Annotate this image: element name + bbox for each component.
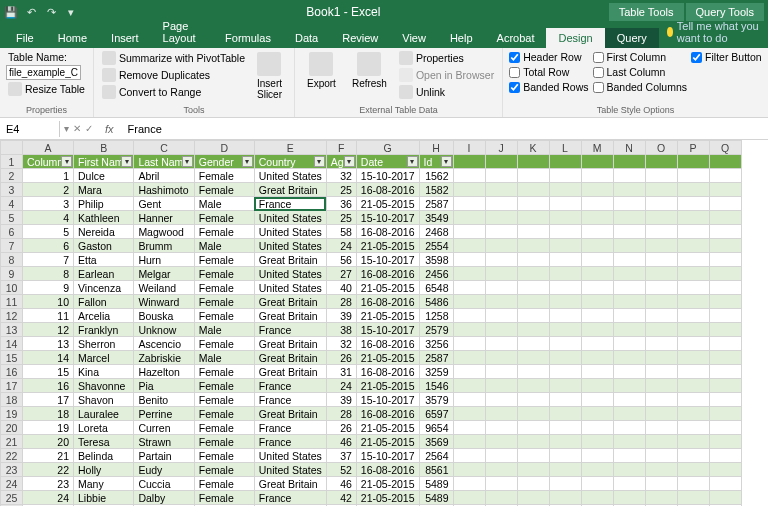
table-column-header[interactable]: Age▾ — [326, 155, 356, 169]
cell[interactable] — [485, 351, 517, 365]
cell[interactable] — [517, 379, 549, 393]
cell[interactable]: 3598 — [419, 253, 453, 267]
cell[interactable] — [517, 183, 549, 197]
cell[interactable] — [645, 267, 677, 281]
cell[interactable]: Pia — [134, 379, 194, 393]
filter-dropdown-icon[interactable]: ▾ — [182, 156, 193, 167]
cell[interactable]: France — [254, 197, 326, 211]
cell[interactable] — [517, 211, 549, 225]
save-icon[interactable]: 💾 — [4, 5, 18, 19]
cell[interactable]: Fallon — [74, 295, 134, 309]
cell[interactable] — [709, 337, 741, 351]
cell[interactable]: United States — [254, 449, 326, 463]
cell[interactable] — [453, 309, 485, 323]
cell[interactable] — [549, 281, 581, 295]
cell[interactable]: Mara — [74, 183, 134, 197]
cell[interactable]: Nereida — [74, 225, 134, 239]
cell[interactable] — [485, 449, 517, 463]
cell[interactable]: 1562 — [419, 169, 453, 183]
cell[interactable]: France — [254, 379, 326, 393]
cell[interactable]: 20 — [23, 435, 74, 449]
column-header[interactable]: F — [326, 141, 356, 155]
cell[interactable]: 21-05-2015 — [356, 421, 419, 435]
cell[interactable]: Male — [194, 323, 254, 337]
cell[interactable] — [709, 239, 741, 253]
cell[interactable] — [581, 225, 613, 239]
cell[interactable]: Dalby — [134, 491, 194, 505]
tab-view[interactable]: View — [390, 28, 438, 48]
cell[interactable] — [549, 449, 581, 463]
cell[interactable] — [645, 421, 677, 435]
cell[interactable]: 16-08-2016 — [356, 365, 419, 379]
cell[interactable] — [709, 323, 741, 337]
cell[interactable] — [549, 379, 581, 393]
cell[interactable] — [613, 197, 645, 211]
cell[interactable]: 40 — [326, 281, 356, 295]
cell[interactable] — [645, 351, 677, 365]
cell[interactable] — [709, 253, 741, 267]
filter-dropdown-icon[interactable]: ▾ — [407, 156, 418, 167]
cell[interactable] — [613, 365, 645, 379]
cell[interactable]: 21 — [23, 449, 74, 463]
cell[interactable] — [517, 365, 549, 379]
cell[interactable] — [677, 463, 709, 477]
cell[interactable]: Weiland — [134, 281, 194, 295]
row-header[interactable]: 25 — [1, 491, 23, 505]
cell[interactable] — [645, 505, 677, 507]
cell[interactable] — [485, 281, 517, 295]
cell[interactable] — [677, 435, 709, 449]
cell[interactable]: 18 — [23, 407, 74, 421]
cell[interactable] — [613, 435, 645, 449]
cell[interactable] — [485, 337, 517, 351]
cell[interactable]: 28 — [326, 295, 356, 309]
cell[interactable]: 21-05-2015 — [356, 197, 419, 211]
banded-cols-check[interactable]: Banded Columns — [593, 80, 688, 94]
cell[interactable]: 16-08-2016 — [356, 295, 419, 309]
cell[interactable] — [709, 211, 741, 225]
cell[interactable]: Ascencio — [134, 337, 194, 351]
cell[interactable] — [677, 491, 709, 505]
cell[interactable]: 26 — [326, 351, 356, 365]
cell[interactable] — [549, 393, 581, 407]
cell[interactable] — [549, 421, 581, 435]
cell[interactable] — [517, 295, 549, 309]
cell[interactable] — [645, 253, 677, 267]
column-header[interactable]: N — [613, 141, 645, 155]
cell[interactable]: United States — [254, 225, 326, 239]
cell[interactable]: 2564 — [419, 449, 453, 463]
cell[interactable]: 16-08-2016 — [356, 183, 419, 197]
cell[interactable] — [485, 421, 517, 435]
cell[interactable]: 9 — [23, 281, 74, 295]
cell[interactable]: 32 — [326, 169, 356, 183]
cell[interactable]: Female — [194, 435, 254, 449]
cell[interactable]: 56 — [326, 253, 356, 267]
cell[interactable]: 3259 — [419, 365, 453, 379]
cell[interactable] — [485, 477, 517, 491]
cell[interactable] — [677, 281, 709, 295]
cell[interactable]: France — [254, 505, 326, 507]
row-header[interactable]: 20 — [1, 421, 23, 435]
cell[interactable] — [613, 337, 645, 351]
cell[interactable]: United States — [254, 463, 326, 477]
cell[interactable]: 22 — [23, 463, 74, 477]
cell[interactable] — [581, 351, 613, 365]
export-button[interactable]: Export — [301, 50, 342, 91]
cell[interactable] — [581, 337, 613, 351]
cell[interactable] — [613, 323, 645, 337]
cell[interactable] — [581, 379, 613, 393]
cell[interactable] — [549, 463, 581, 477]
cell[interactable]: Lauralee — [74, 407, 134, 421]
cell[interactable] — [709, 365, 741, 379]
cell[interactable]: Female — [194, 169, 254, 183]
cell[interactable] — [677, 225, 709, 239]
cell[interactable] — [613, 351, 645, 365]
cell[interactable]: Female — [194, 267, 254, 281]
cell[interactable]: Abril — [134, 169, 194, 183]
cell[interactable]: 1258 — [419, 309, 453, 323]
tab-design[interactable]: Design — [546, 28, 604, 48]
table-column-header[interactable]: Id▾ — [419, 155, 453, 169]
cell[interactable] — [581, 267, 613, 281]
row-header[interactable]: 24 — [1, 477, 23, 491]
cell[interactable] — [709, 463, 741, 477]
cell[interactable]: 36 — [326, 197, 356, 211]
